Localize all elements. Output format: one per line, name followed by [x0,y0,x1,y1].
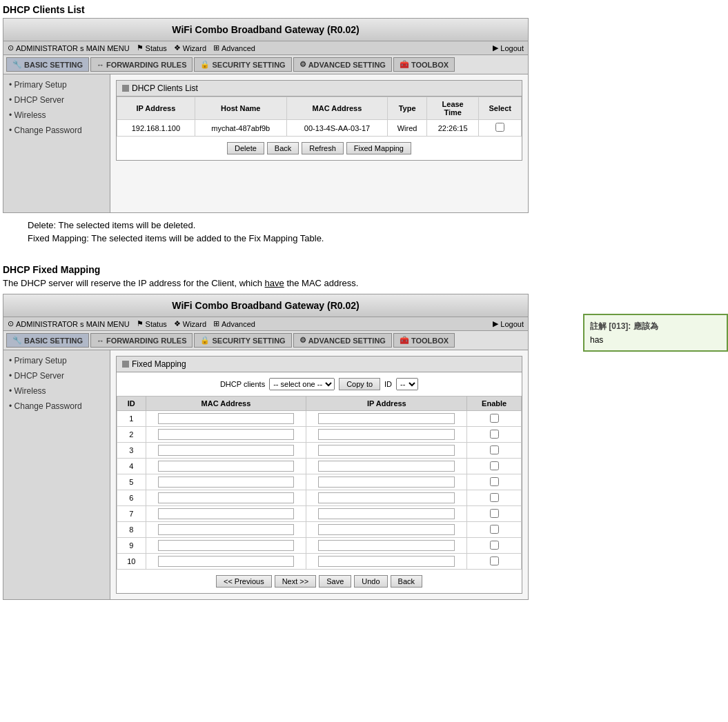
sidebar-item-primary-setup[interactable]: Primary Setup [3,77,110,92]
mac-input[interactable] [158,445,295,456]
tab-security-setting[interactable]: 🔒 SECURITY SETTING [194,57,291,72]
prev-button[interactable]: << Previous [216,575,272,588]
tab-basic-setting[interactable]: 🔧 BASIC SETTING [6,57,89,72]
tab-basic-setting-2[interactable]: 🔧 BASIC SETTING [6,333,89,348]
ip-input[interactable] [318,429,455,440]
mapping-cell-mac[interactable] [146,459,306,474]
mapping-cell-enable[interactable] [467,538,522,554]
mapping-cell-ip[interactable] [306,538,467,554]
tab-toolbox[interactable]: 🧰 TOOLBOX [393,57,455,72]
nav-admin[interactable]: ⊙ ADMINISTRATOR s MAIN MENU [8,43,130,52]
mapping-cell-ip[interactable] [306,411,467,427]
sidebar-item-wireless[interactable]: Wireless [3,108,110,123]
ip-input[interactable] [318,492,455,503]
mapping-cell-mac[interactable] [146,490,306,506]
next-button[interactable]: Next >> [275,575,317,588]
sidebar-item-dhcp-server-2[interactable]: DHCP Server [3,368,110,383]
mapping-cell-mac[interactable] [146,474,306,490]
ip-input[interactable] [318,540,455,551]
mapping-cell-enable[interactable] [467,490,522,506]
nav-wizard-2[interactable]: ❖ Wizard [174,319,206,328]
mapping-cell-enable[interactable] [467,411,522,427]
back-button-1[interactable]: Back [267,142,299,154]
ip-input[interactable] [318,556,455,567]
mapping-cell-mac[interactable] [146,554,306,570]
mac-input[interactable] [158,524,295,535]
mac-input[interactable] [158,461,295,472]
mac-input[interactable] [158,413,295,424]
mapping-cell-ip[interactable] [306,474,467,490]
mapping-cell-mac[interactable] [146,443,306,459]
mapping-cell-ip[interactable] [306,522,467,538]
enable-checkbox[interactable] [490,525,499,534]
enable-checkbox[interactable] [490,541,499,550]
mac-input[interactable] [158,540,295,551]
nav-wizard[interactable]: ❖ Wizard [174,43,206,52]
mapping-cell-ip[interactable] [306,459,467,474]
mapping-cell-enable[interactable] [467,443,522,459]
mapping-cell-ip[interactable] [306,443,467,459]
nav-logout[interactable]: ▶ Logout [493,43,524,52]
enable-checkbox[interactable] [490,509,499,518]
sidebar-item-primary-setup-2[interactable]: Primary Setup [3,353,110,368]
select-checkbox[interactable] [495,123,504,132]
ip-input[interactable] [318,413,455,424]
refresh-button[interactable]: Refresh [302,142,344,154]
mapping-cell-enable[interactable] [467,459,522,474]
sidebar-item-change-password[interactable]: Change Password [3,123,110,138]
mac-input[interactable] [158,556,295,567]
ip-input[interactable] [318,445,455,456]
mapping-cell-mac[interactable] [146,411,306,427]
enable-checkbox[interactable] [490,461,499,470]
sidebar-item-dhcp-server[interactable]: DHCP Server [3,92,110,108]
mapping-cell-enable[interactable] [467,474,522,490]
enable-checkbox[interactable] [490,493,499,502]
mac-input[interactable] [158,477,295,488]
tab-advanced-setting-2[interactable]: ⚙ ADVANCED SETTING [293,333,392,348]
mapping-cell-mac[interactable] [146,538,306,554]
sidebar-item-wireless-2[interactable]: Wireless [3,383,110,399]
mapping-cell-ip[interactable] [306,427,467,443]
tab-security-setting-2[interactable]: 🔒 SECURITY SETTING [194,333,291,348]
tab-advanced-setting[interactable]: ⚙ ADVANCED SETTING [293,57,392,72]
back-button-2[interactable]: Back [391,575,422,588]
save-button[interactable]: Save [319,575,351,588]
nav-advanced[interactable]: ⊞ Advanced [213,43,255,52]
mac-input[interactable] [158,508,295,519]
enable-checkbox[interactable] [490,556,499,565]
mapping-cell-mac[interactable] [146,506,306,522]
enable-checkbox[interactable] [490,414,499,423]
id-select[interactable]: -- [396,378,418,390]
mapping-cell-mac[interactable] [146,522,306,538]
nav-advanced-2[interactable]: ⊞ Advanced [213,319,255,328]
nav-logout-2[interactable]: ▶ Logout [493,319,524,328]
enable-checkbox[interactable] [490,430,499,439]
delete-button[interactable]: Delete [227,142,264,154]
mapping-cell-enable[interactable] [467,554,522,570]
dhcp-clients-select[interactable]: -- select one -- [269,378,335,390]
nav-status-2[interactable]: ⚑ Status [137,319,167,328]
mapping-cell-ip[interactable] [306,506,467,522]
mapping-cell-enable[interactable] [467,506,522,522]
enable-checkbox[interactable] [490,445,499,454]
mapping-cell-enable[interactable] [467,427,522,443]
nav-status[interactable]: ⚑ Status [137,43,167,52]
ip-input[interactable] [318,524,455,535]
tab-forwarding-rules-2[interactable]: ↔ FORWARDING RULES [90,333,193,348]
mapping-cell-enable[interactable] [467,522,522,538]
tab-forwarding-rules[interactable]: ↔ FORWARDING RULES [90,57,193,72]
mapping-cell-ip[interactable] [306,490,467,506]
sidebar-item-change-password-2[interactable]: Change Password [3,399,110,414]
tab-toolbox-2[interactable]: 🧰 TOOLBOX [393,333,455,348]
ip-input[interactable] [318,461,455,472]
mac-input[interactable] [158,492,295,503]
undo-button[interactable]: Undo [354,575,387,588]
mapping-cell-mac[interactable] [146,427,306,443]
nav-admin-2[interactable]: ⊙ ADMINISTRATOR s MAIN MENU [8,319,130,328]
mapping-cell-ip[interactable] [306,554,467,570]
mac-input[interactable] [158,429,295,440]
copy-to-button[interactable]: Copy to [339,378,380,390]
ip-input[interactable] [318,508,455,519]
ip-input[interactable] [318,477,455,488]
fixed-mapping-button[interactable]: Fixed Mapping [346,142,411,154]
